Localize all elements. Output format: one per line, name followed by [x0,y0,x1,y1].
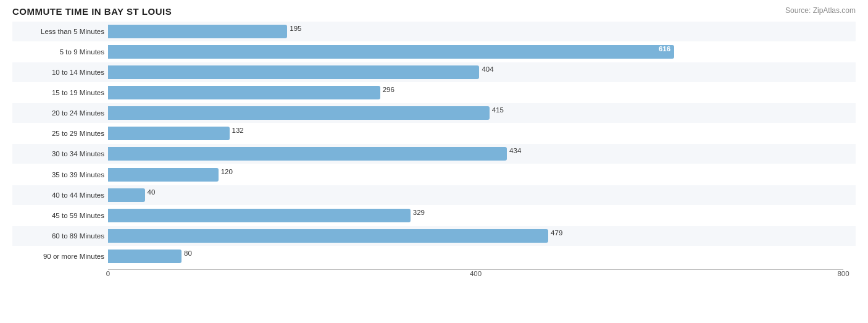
bar-label: 25 to 29 Minutes [12,130,108,137]
bar-row: 40 to 44 Minutes40 [12,185,856,205]
bar-fill: 434 [108,147,507,161]
bar-track: 616 [108,42,856,62]
bar-track: 132 [108,124,856,143]
bar-label: 40 to 44 Minutes [12,191,108,199]
bar-row: 35 to 39 Minutes120 [12,165,856,185]
bar-row: 30 to 34 Minutes434 [12,144,856,164]
bar-fill: 120 [108,168,219,182]
bar-row: Less than 5 Minutes195 [12,22,856,41]
bar-value: 479 [551,229,562,237]
x-tick-label: 800 [837,270,849,277]
bar-value: 120 [221,168,233,175]
bar-row: 45 to 59 Minutes329 [12,206,856,225]
bar-label: 5 to 9 Minutes [12,48,108,56]
bar-fill: 195 [108,25,287,38]
bar-label: Less than 5 Minutes [12,28,108,35]
bar-row: 60 to 89 Minutes479 [12,226,856,246]
bar-value: 296 [383,86,394,93]
x-axis-container: 0400800 [108,269,843,283]
bar-row: 5 to 9 Minutes616 [12,42,856,62]
bar-track: 404 [108,62,856,82]
bar-track: 40 [108,185,856,205]
bar-value: 616 [659,45,670,52]
bar-fill: 329 [108,209,411,222]
bar-label: 10 to 14 Minutes [12,69,108,76]
bar-fill: 296 [108,86,380,99]
bars-area: Less than 5 Minutes1955 to 9 Minutes6161… [12,22,856,269]
bar-value: 415 [492,106,504,114]
bar-label: 35 to 39 Minutes [12,171,108,178]
bar-track: 296 [108,83,856,103]
chart-container: COMMUTE TIME IN BAY ST LOUIS Source: Zip… [0,0,868,323]
bar-value: 80 [184,250,192,257]
bar-fill: 616 [108,45,674,59]
bar-value: 329 [413,209,425,216]
bar-value: 434 [509,147,521,154]
bar-row: 25 to 29 Minutes132 [12,124,856,143]
bar-label: 90 or more Minutes [12,253,108,260]
bar-fill: 404 [108,65,479,79]
bar-track: 479 [108,226,856,246]
bar-track: 120 [108,165,856,185]
bar-track: 329 [108,206,856,225]
bar-track: 415 [108,103,856,123]
bar-fill: 415 [108,106,490,120]
bar-value: 195 [290,25,301,32]
bar-fill: 40 [108,188,145,202]
bar-track: 434 [108,144,856,164]
chart-title: COMMUTE TIME IN BAY ST LOUIS [12,6,856,17]
source-label: Source: ZipAtlas.com [785,6,856,15]
bar-fill: 80 [108,250,182,263]
chart-body: Less than 5 Minutes1955 to 9 Minutes6161… [12,22,856,283]
bar-label: 45 to 59 Minutes [12,212,108,219]
bar-value: 132 [232,127,244,134]
bar-row: 10 to 14 Minutes404 [12,62,856,82]
bar-label: 20 to 24 Minutes [12,109,108,117]
bar-row: 15 to 19 Minutes296 [12,83,856,103]
bar-fill: 479 [108,229,548,243]
bar-track: 195 [108,22,856,41]
bar-label: 15 to 19 Minutes [12,89,108,96]
bar-row: 20 to 24 Minutes415 [12,103,856,123]
bar-value: 40 [148,188,156,196]
x-tick-label: 400 [470,270,482,277]
bar-value: 404 [482,65,493,73]
bar-label: 60 to 89 Minutes [12,232,108,240]
bar-row: 90 or more Minutes80 [12,246,856,266]
bar-fill: 132 [108,127,230,140]
bar-label: 30 to 34 Minutes [12,150,108,157]
bar-track: 80 [108,246,856,266]
x-tick-label: 0 [106,270,110,277]
